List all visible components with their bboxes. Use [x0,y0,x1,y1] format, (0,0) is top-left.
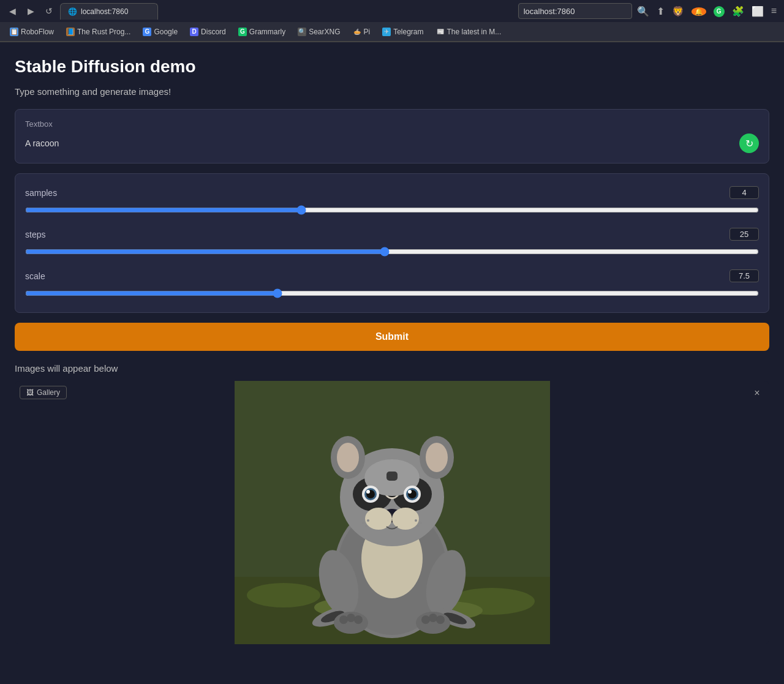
sliders-panel: samples 4 steps 25 scale 7.5 [15,173,769,313]
gallery-tag: 🖼 Gallery [20,386,67,399]
gallery-close-button[interactable]: × [750,386,764,400]
steps-slider-header: steps 25 [25,228,759,241]
samples-slider-header: samples 4 [25,186,759,199]
svg-point-40 [417,525,419,527]
samples-slider-row: samples 4 [25,186,759,217]
bookmark-discord[interactable]: D Discord [185,26,231,37]
gallery-image-icon: 🖼 [26,388,34,397]
textbox-label: Textbox [25,119,759,129]
svg-point-35 [367,519,369,522]
bookmark-label-roboflow: RoboFlow [21,28,54,36]
svg-point-50 [421,615,430,624]
scale-value: 7.5 [729,269,759,282]
bookmark-grammarly[interactable]: G Grammarly [233,26,290,37]
zoom-button[interactable]: 🔍 [635,4,652,18]
svg-point-37 [365,525,368,527]
bookmark-roboflow[interactable]: 📋 RoboFlow [5,26,59,37]
bookmark-favicon-roboflow: 📋 [10,28,18,36]
samples-value: 4 [729,186,759,199]
back-button[interactable]: ◀ [5,4,20,18]
bookmark-favicon-searxng: 🔍 [298,28,306,36]
bookmark-m[interactable]: 📰 The latest in M... [431,26,507,37]
gallery-container: 🖼 Gallery × [15,381,769,644]
samples-label: samples [25,188,57,198]
browser-bookmarks: 📋 RoboFlow 📘 The Rust Prog... G Google D… [0,22,784,42]
bookmark-label-grammarly: Grammarly [249,28,285,36]
svg-point-14 [337,443,359,472]
svg-rect-34 [386,472,398,481]
extension-green[interactable]: G [711,4,727,18]
gallery-tag-label: Gallery [37,388,60,397]
browser-tab-bar: ◀ ▶ ↺ 🌐 localhost:7860 🔍 ⬆ 🦁 🔔 G 🧩 ⬜ ≡ [0,0,784,22]
submit-button[interactable]: Submit [15,323,769,351]
raccoon-image [235,381,550,644]
brave-icon[interactable]: 🦁 [669,4,687,18]
scale-slider-row: scale 7.5 [25,269,759,300]
svg-point-33 [392,508,419,530]
share-button[interactable]: ⬆ [654,4,667,18]
bookmark-label-pi: Pi [364,28,371,36]
extension-puzzle[interactable]: 🧩 [729,4,747,18]
scale-label: scale [25,271,45,281]
steps-slider-row: steps 25 [25,228,759,258]
refresh-button[interactable]: ↻ [739,133,759,153]
svg-point-47 [339,615,348,624]
svg-point-52 [436,615,445,624]
browser-chrome: ◀ ▶ ↺ 🌐 localhost:7860 🔍 ⬆ 🦁 🔔 G 🧩 ⬜ ≡ [0,0,784,42]
textbox-panel: Textbox ↻ [15,109,769,163]
svg-point-28 [366,490,370,494]
sidebar-button[interactable]: ⬜ [749,4,766,18]
bookmark-label-google: Google [154,28,178,36]
steps-slider[interactable] [25,247,759,257]
bookmark-label-discord: Discord [201,28,226,36]
bookmark-favicon-pi: 🥧 [353,28,361,36]
scale-slider[interactable] [25,288,759,298]
bookmark-label-rust: The Rust Prog... [77,28,130,36]
scale-slider-header: scale 7.5 [25,269,759,282]
notification-button[interactable]: 🔔 [689,4,709,18]
text-input-row: ↻ [25,133,759,153]
bookmark-favicon-discord: D [190,28,198,36]
bookmark-label-telegram: Telegram [393,28,423,36]
refresh-icon: ↻ [745,138,753,149]
svg-point-29 [408,490,412,494]
svg-point-49 [354,615,363,624]
bookmark-favicon-rust: 📘 [66,28,75,36]
bookmark-favicon-google: G [143,28,151,36]
svg-point-38 [415,519,417,522]
svg-point-36 [362,522,364,524]
svg-point-39 [420,522,422,524]
samples-slider[interactable] [25,205,759,215]
steps-value: 25 [729,228,759,241]
tab-title: localhost:7860 [81,7,128,16]
svg-point-16 [426,443,448,472]
reload-button[interactable]: ↺ [42,4,56,18]
bookmark-favicon-m: 📰 [436,28,445,36]
main-content: Stable Diffusion demo Type something and… [0,42,784,659]
svg-point-3 [247,583,320,607]
bookmark-google[interactable]: G Google [138,26,183,37]
menu-button[interactable]: ≡ [769,4,779,18]
page-title: Stable Diffusion demo [15,57,769,77]
address-bar[interactable] [518,3,632,19]
svg-point-32 [365,508,392,530]
svg-point-48 [347,614,355,622]
bookmark-searxng[interactable]: 🔍 SearXNG [293,26,345,37]
tab-favicon: 🌐 [68,7,77,16]
bookmark-favicon-telegram: ✈ [382,28,391,36]
images-label: Images will appear below [15,363,769,374]
prompt-input[interactable] [25,136,734,151]
bookmark-pi[interactable]: 🥧 Pi [348,26,375,37]
gallery-image-area [15,381,769,644]
browser-tab[interactable]: 🌐 localhost:7860 [60,3,158,20]
svg-point-51 [429,614,437,622]
browser-icons: 🔍 ⬆ 🦁 🔔 G 🧩 ⬜ ≡ [518,3,779,19]
bookmark-label-m: The latest in M... [447,28,502,36]
steps-label: steps [25,230,45,239]
bookmark-telegram[interactable]: ✈ Telegram [377,26,428,37]
forward-button[interactable]: ▶ [23,4,38,18]
bookmark-rust[interactable]: 📘 The Rust Prog... [61,26,135,37]
bookmark-label-searxng: SearXNG [309,28,340,36]
page-subtitle: Type something and generate images! [15,86,769,97]
bookmark-favicon-grammarly: G [238,28,247,36]
